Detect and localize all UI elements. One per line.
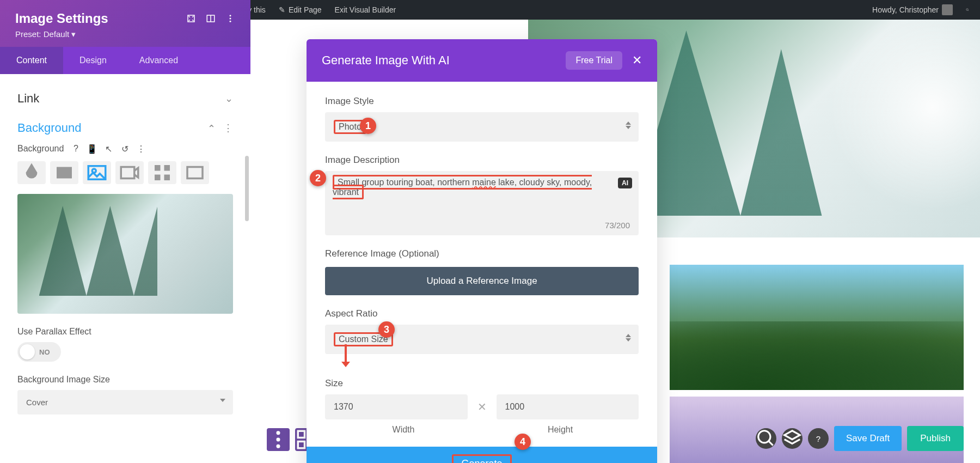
ref-image-label: Reference Image (Optional) [325, 248, 639, 259]
exit-visual-builder[interactable]: Exit Visual Builder [330, 0, 401, 20]
svg-rect-16 [187, 167, 203, 179]
section-background[interactable]: Background ⌄ ⋮ [17, 121, 233, 135]
times-icon: ✕ [477, 400, 487, 413]
background-preview[interactable] [17, 194, 233, 314]
parallax-toggle[interactable]: NO [17, 342, 61, 362]
preset-selector[interactable]: Preset: Default ▾ [15, 29, 235, 39]
more-icon[interactable] [225, 14, 235, 23]
help-button[interactable]: ? [808, 428, 829, 449]
svg-point-7 [230, 21, 231, 22]
howdy-user[interactable]: Howdy, Christopher [868, 0, 957, 20]
image-desc-textarea[interactable]: Small group touring boat, northern maine… [325, 171, 639, 235]
svg-line-27 [769, 441, 773, 446]
generate-button[interactable]: Generate [452, 454, 511, 463]
pencil-icon: ✎ [279, 5, 285, 14]
svg-point-19 [277, 431, 280, 435]
svg-rect-11 [121, 167, 134, 179]
modal-title: Generate Image With AI [322, 53, 450, 68]
generate-bar: Generate 4 [307, 447, 657, 463]
chevron-down-icon: ⌄ [225, 93, 233, 105]
aspect-ratio-select[interactable]: Custom Size [325, 325, 639, 354]
callout-2: 2 [310, 170, 326, 186]
settings-tabs: Content Design Advanced [0, 47, 250, 74]
options-icon[interactable]: ⋮ [137, 144, 145, 153]
menu-button[interactable] [267, 428, 290, 451]
upload-reference-button[interactable]: Upload a Reference Image [325, 267, 639, 295]
size-label: Size [325, 378, 639, 389]
admin-search[interactable] [961, 4, 973, 16]
svg-point-6 [230, 18, 231, 20]
builder-actions: ? Save Draft Publish [756, 426, 964, 451]
svg-rect-22 [298, 431, 304, 437]
bg-color-tab[interactable] [17, 161, 46, 184]
callout-3: 3 [378, 321, 395, 338]
bg-gradient-tab[interactable] [50, 161, 78, 184]
image-style-label: Image Style [325, 96, 639, 107]
help-icon[interactable]: ? [71, 144, 80, 153]
more-vert-icon[interactable]: ⋮ [223, 122, 233, 134]
svg-point-21 [277, 444, 280, 448]
expand-icon[interactable] [186, 14, 196, 23]
tab-design[interactable]: Design [63, 47, 123, 74]
tab-content[interactable]: Content [0, 47, 63, 74]
background-type-tabs [17, 161, 233, 184]
reset-icon[interactable]: ↺ [120, 144, 129, 153]
avatar [942, 4, 953, 15]
svg-point-5 [230, 15, 231, 16]
image-desc-label: Image Description [325, 155, 639, 166]
tab-advanced[interactable]: Advanced [123, 47, 194, 74]
width-label: Width [325, 425, 482, 435]
layers-button[interactable] [782, 428, 803, 449]
aspect-ratio-label: Aspect Ratio [325, 308, 639, 319]
svg-point-0 [966, 9, 969, 11]
close-icon[interactable]: ✕ [632, 53, 642, 68]
panel-header: Image Settings Preset: Default ▾ [0, 0, 250, 47]
width-input[interactable] [325, 394, 468, 419]
bg-pattern-tab[interactable] [148, 161, 176, 184]
background-label: Background [17, 144, 64, 154]
image-settings-panel: Image Settings Preset: Default ▾ Content… [0, 0, 250, 463]
hover-icon[interactable]: ↖ [104, 144, 113, 153]
publish-button[interactable]: Publish [907, 426, 964, 451]
dock-icon[interactable] [206, 14, 216, 23]
save-draft-button[interactable]: Save Draft [834, 426, 902, 451]
bg-video-tab[interactable] [115, 161, 144, 184]
svg-point-20 [277, 438, 280, 442]
height-input[interactable] [497, 394, 639, 419]
panel-title: Image Settings [15, 11, 108, 26]
free-trial-button[interactable]: Free Trial [566, 51, 622, 70]
svg-rect-24 [298, 442, 304, 448]
bg-size-label: Background Image Size [17, 375, 233, 385]
bg-size-select[interactable] [17, 390, 233, 415]
ai-image-modal: Generate Image With AI Free Trial ✕ Imag… [307, 39, 657, 463]
svg-line-1 [968, 10, 969, 11]
height-label: Height [482, 425, 639, 435]
char-count: 73/200 [605, 221, 630, 230]
bg-mask-tab[interactable] [181, 161, 209, 184]
bg-image-tab[interactable] [83, 161, 111, 184]
chevron-up-icon: ⌄ [207, 122, 216, 134]
phone-icon[interactable]: 📱 [88, 144, 96, 153]
scrollbar[interactable] [245, 156, 249, 221]
callout-4: 4 [514, 434, 531, 450]
edit-page[interactable]: ✎Edit Page [274, 0, 326, 20]
svg-point-26 [758, 431, 770, 443]
svg-rect-15 [164, 175, 170, 181]
ai-badge[interactable]: AI [618, 178, 632, 188]
svg-rect-12 [155, 165, 161, 171]
svg-rect-14 [155, 175, 161, 181]
parallax-label: Use Parallax Effect [17, 327, 233, 337]
panel-body: Link ⌄ Background ⌄ ⋮ Background ? 📱 ↖ ↺… [0, 74, 250, 463]
zoom-button[interactable] [756, 428, 776, 449]
svg-rect-8 [57, 167, 72, 179]
section-link[interactable]: Link ⌄ [17, 92, 233, 106]
callout-1: 1 [360, 118, 376, 134]
palm-image[interactable] [670, 265, 964, 390]
svg-rect-13 [164, 165, 170, 171]
arrow-down-icon [345, 344, 347, 363]
page-canvas: Generate Image With AI Free Trial ✕ Imag… [250, 20, 980, 463]
